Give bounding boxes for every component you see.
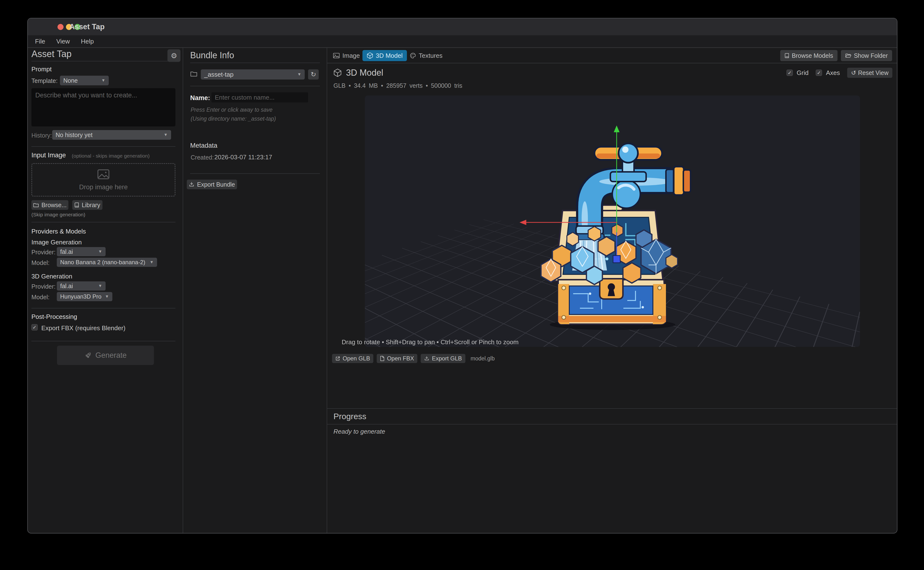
bundle-folder-select[interactable]: _asset-tap — [201, 69, 305, 80]
menu-bar: File View Help — [28, 35, 897, 48]
bundle-name-input[interactable] — [211, 92, 308, 103]
reset-view-label: Reset View — [858, 69, 889, 77]
bundle-name-label: Name: — [190, 94, 210, 102]
image-provider-value: fal.ai — [60, 248, 73, 255]
bundle-panel: Bundle Info _asset-tap ↻ Name: Press Ent… — [184, 48, 327, 533]
tab-bar: Image 3D Model Textures — [327, 48, 897, 63]
export-glb-button[interactable]: Export GLB — [421, 354, 465, 363]
axes-label: Axes — [826, 69, 840, 77]
progress-title: Progress — [333, 412, 366, 421]
open-glb-label: Open GLB — [343, 355, 370, 362]
menu-view[interactable]: View — [56, 38, 70, 45]
image-model-select[interactable]: Nano Banana 2 (nano-banana-2) — [57, 258, 157, 267]
refresh-bundles-button[interactable]: ↻ — [308, 69, 319, 80]
provider-label: Provider: — [31, 249, 55, 256]
export-fbx-label: Export FBX (requires Blender) — [41, 325, 125, 332]
export-glb-label: Export GLB — [432, 355, 462, 362]
settings-button[interactable]: ⚙ — [167, 49, 181, 62]
refresh-icon: ↻ — [311, 70, 316, 78]
bundle-folder-value: _asset-tap — [204, 71, 233, 78]
created-value: 2026-03-07 11:23:17 — [214, 153, 272, 161]
window-title: Asset Tap — [69, 23, 105, 31]
export-bundle-label: Export Bundle — [197, 181, 235, 188]
browse-image-button[interactable]: Browse... — [31, 200, 68, 210]
tab-image-label: Image — [343, 52, 360, 60]
image-provider-select[interactable]: fal.ai — [57, 247, 106, 256]
browse-models-button[interactable]: Browse Models — [780, 50, 837, 61]
check-icon: ✓ — [33, 325, 37, 330]
tab-image[interactable]: Image — [330, 50, 363, 61]
close-traffic-light[interactable] — [58, 24, 64, 30]
tab-textures[interactable]: Textures — [407, 50, 445, 61]
show-folder-label: Show Folder — [854, 52, 888, 59]
open-glb-button[interactable]: Open GLB — [332, 354, 373, 363]
folder-icon — [33, 202, 39, 207]
post-processing-section-label: Post-Processing — [31, 313, 77, 320]
directory-name-hint: (Using directory name: _asset-tap) — [191, 116, 276, 122]
model-stats: GLB • 34.4 MB • 285957 verts • 500000 tr… — [333, 82, 462, 89]
image-model-value: Nano Banana 2 (nano-banana-2) — [60, 259, 145, 266]
folder-icon — [190, 70, 197, 77]
rocket-icon — [84, 351, 92, 359]
metadata-section-label: Metadata — [190, 142, 217, 149]
grid-checkbox[interactable]: ✓ — [786, 70, 793, 76]
open-fbx-button[interactable]: Open FBX — [377, 354, 417, 363]
library-label: Library — [82, 202, 100, 208]
sidebar-title: Asset Tap — [31, 49, 72, 59]
viewer-header: 3D Model — [333, 68, 383, 78]
menu-file[interactable]: File — [35, 38, 45, 45]
viewer-title: 3D Model — [346, 68, 383, 78]
model-label: Model: — [31, 259, 49, 267]
three-d-model-select[interactable]: Hunyuan3D Pro — [57, 292, 112, 301]
tab-textures-label: Textures — [419, 52, 442, 60]
three-d-generation-label: 3D Generation — [31, 273, 72, 280]
export-bundle-button[interactable]: Export Bundle — [187, 179, 237, 189]
library-button[interactable]: Library — [72, 200, 102, 210]
model-viewport-canvas[interactable]: ) — [365, 95, 860, 347]
title-bar: Asset Tap — [28, 18, 897, 35]
external-link-icon — [335, 356, 340, 361]
prompt-section-label: Prompt — [31, 66, 52, 73]
axes-gizmo — [365, 95, 860, 347]
menu-help[interactable]: Help — [81, 38, 94, 45]
sidebar-divider — [183, 48, 183, 533]
three-d-provider-select[interactable]: fal.ai — [57, 281, 106, 291]
name-save-hint: Press Enter or click away to save — [191, 107, 272, 113]
cube-icon — [367, 52, 373, 59]
export-icon — [189, 182, 194, 187]
gear-icon: ⚙ — [171, 52, 177, 60]
open-folder-icon — [845, 53, 852, 58]
generate-label: Generate — [95, 351, 127, 360]
file-icon — [380, 356, 384, 361]
image-generation-label: Image Generation — [31, 239, 82, 246]
template-value: None — [63, 77, 78, 84]
reset-view-button[interactable]: ↺ Reset View — [847, 68, 892, 78]
template-label: Template: — [31, 77, 58, 84]
bundle-title: Bundle Info — [190, 50, 234, 60]
input-image-hint: (optional - skips image generation) — [72, 153, 150, 159]
progress-status: Ready to generate — [333, 428, 385, 435]
check-icon: ✓ — [817, 70, 821, 76]
export-fbx-checkbox[interactable]: ✓ — [31, 324, 38, 331]
axes-checkbox[interactable]: ✓ — [816, 70, 822, 76]
history-value: No history yet — [55, 132, 93, 138]
providers-section-label: Providers & Models — [31, 228, 86, 235]
provider-label-3d: Provider: — [31, 283, 55, 290]
browse-models-label: Browse Models — [792, 52, 833, 59]
model-actions: Open GLB Open FBX Export GLB model.gl — [332, 354, 495, 363]
prompt-textarea[interactable] — [31, 88, 176, 126]
image-dropzone[interactable]: Drop image here — [31, 163, 176, 196]
main-panel: Image 3D Model Textures — [327, 48, 897, 533]
history-select[interactable]: No history yet — [52, 130, 171, 140]
sidebar: Asset Tap ⚙ Prompt Template: None Histor… — [28, 48, 183, 533]
dropzone-text: Drop image here — [79, 184, 128, 191]
tab-3d-model[interactable]: 3D Model — [363, 50, 407, 61]
check-icon: ✓ — [788, 70, 792, 76]
viewer-controls: ✓ Grid ✓ Axes ↺ Reset View — [786, 68, 892, 78]
generate-button[interactable]: Generate — [57, 346, 154, 365]
input-image-section-label: Input Image — [31, 152, 66, 159]
show-folder-button[interactable]: Show Folder — [841, 50, 892, 61]
three-d-provider-value: fal.ai — [60, 283, 73, 290]
template-select[interactable]: None — [60, 76, 109, 85]
model-filename: model.glb — [471, 355, 495, 362]
